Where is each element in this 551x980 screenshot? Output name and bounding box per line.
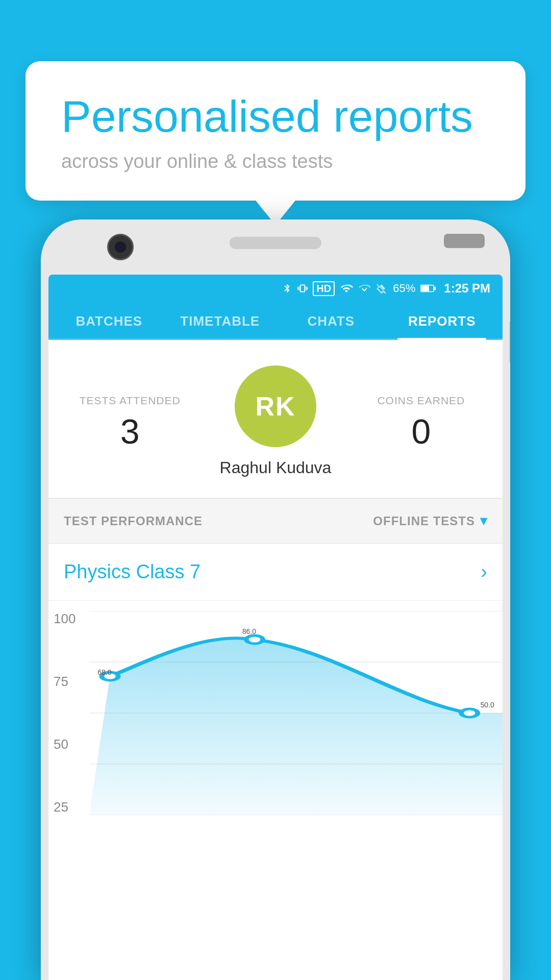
tests-attended-block: TESTS ATTENDED 3	[64, 395, 196, 449]
bubble-subtitle: across your online & class tests	[61, 151, 490, 173]
coins-earned-block: COINS EARNED 0	[355, 395, 487, 449]
tests-attended-value: 3	[64, 414, 196, 449]
svg-rect-1	[421, 286, 429, 291]
offline-tests-label: OFFLINE TESTS	[373, 514, 475, 528]
status-icons: HD 65%	[282, 281, 490, 296]
svg-rect-2	[434, 287, 436, 290]
offline-tests-dropdown[interactable]: OFFLINE TESTS ▾	[373, 513, 487, 529]
chart-svg-wrapper: 68.0 86.0 50.0	[89, 611, 503, 815]
performance-label: TEST PERFORMANCE	[64, 514, 203, 528]
y-label-25: 25	[54, 799, 76, 815]
y-label-50: 50	[54, 737, 76, 752]
avatar-section: RK Raghul Kuduva	[196, 365, 355, 477]
class-name: Physics Class 7	[64, 561, 201, 583]
coins-earned-label: COINS EARNED	[355, 395, 487, 407]
no-signal-icon	[375, 282, 388, 295]
class-item-physics[interactable]: Physics Class 7 ›	[48, 544, 503, 601]
svg-point-8	[102, 672, 118, 680]
battery-icon	[420, 283, 436, 293]
tab-chats[interactable]: CHATS	[276, 302, 387, 338]
user-profile-section: TESTS ATTENDED 3 RK Raghul Kuduva COINS …	[48, 340, 503, 498]
status-time: 1:25 PM	[444, 281, 490, 296]
volume-button	[509, 322, 510, 362]
phone-shell: HD 65%	[41, 219, 510, 980]
status-bar: HD 65%	[48, 275, 503, 302]
y-label-100: 100	[54, 611, 76, 627]
tab-batches[interactable]: BATCHES	[54, 302, 165, 338]
nav-tabs: BATCHES TIMETABLE CHATS REPORTS	[48, 302, 503, 340]
battery-percent: 65%	[393, 282, 415, 295]
chevron-right-icon: ›	[481, 561, 487, 583]
coins-earned-value: 0	[355, 414, 487, 449]
chart-svg	[89, 611, 503, 815]
avatar: RK	[235, 365, 316, 447]
phone-screen: HD 65%	[48, 275, 503, 980]
phone-home-button	[444, 234, 485, 248]
chart-y-labels: 100 75 50 25	[54, 611, 76, 815]
signal-icon	[358, 282, 370, 295]
chevron-down-icon: ▾	[480, 513, 487, 529]
tab-timetable[interactable]: TIMETABLE	[165, 302, 276, 338]
bluetooth-icon	[282, 281, 292, 296]
performance-chart: 100 75 50 25	[48, 601, 503, 815]
tab-reports[interactable]: REPORTS	[387, 302, 498, 338]
phone-speaker	[230, 237, 321, 249]
info-bubble: Personalised reports across your online …	[26, 61, 525, 201]
phone-camera	[107, 234, 134, 260]
svg-point-9	[246, 635, 263, 644]
svg-point-10	[461, 709, 478, 717]
wifi-icon	[340, 282, 353, 295]
chart-container: 100 75 50 25	[48, 601, 503, 815]
tests-attended-label: TESTS ATTENDED	[64, 395, 196, 407]
hd-indicator: HD	[313, 281, 335, 296]
user-name: Raghul Kuduva	[220, 458, 332, 477]
vibrate-icon	[297, 281, 308, 296]
y-label-75: 75	[54, 674, 76, 690]
performance-section-bar: TEST PERFORMANCE OFFLINE TESTS ▾	[48, 498, 503, 544]
bubble-title: Personalised reports	[61, 92, 490, 141]
